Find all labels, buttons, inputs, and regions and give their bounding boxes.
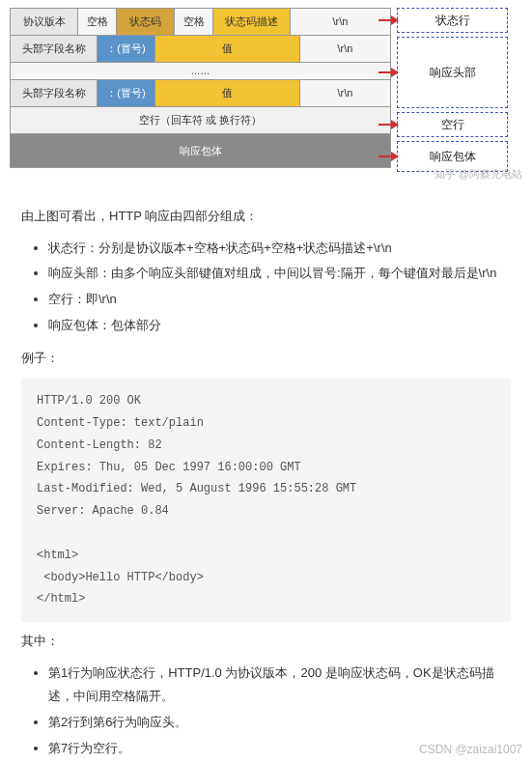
list-item: 响应头部：由多个响应头部键值对组成，中间以冒号:隔开，每个键值对最后是\r\n: [48, 262, 511, 286]
status-line-row: 协议版本 空格 状态码 空格 状态码描述 \r\n: [11, 9, 390, 36]
cell-space1: 空格: [78, 9, 117, 35]
zhihu-watermark: 知乎 @阿蔡充电站: [434, 167, 522, 182]
cell-header-name-n: 头部字段名称: [11, 80, 98, 106]
cell-crlf1: \r\n: [291, 9, 390, 35]
list-item: 空行：即\r\n: [48, 288, 511, 312]
label-response-headers: 响应头部: [397, 37, 508, 108]
arrow-icon: [378, 124, 398, 126]
http-response-diagram: 协议版本 空格 状态码 空格 状态码描述 \r\n 头部字段名称 ：(冒号) 值…: [0, 0, 532, 185]
label-text: 状态行: [435, 14, 470, 27]
intro-text: 由上图可看出，HTTP 响应由四部分组成：: [21, 205, 511, 229]
code-block: HTTP/1.0 200 OK Content-Type: text/plain…: [21, 379, 511, 622]
arrow-icon: [378, 71, 398, 73]
label-empty-line: 空行: [397, 112, 508, 137]
cell-dots: ……: [11, 63, 390, 79]
response-body-row: 响应包体: [11, 134, 390, 167]
label-text: 响应头部: [430, 65, 476, 81]
example-label: 例子：: [21, 347, 511, 371]
diagram-labels: 状态行 响应头部 空行 响应包体: [397, 8, 508, 176]
cell-space2: 空格: [175, 9, 213, 35]
header-row-1: 头部字段名称 ：(冒号) 值 \r\n: [11, 36, 390, 63]
arrow-icon: [378, 19, 398, 21]
label-text: 空行: [441, 118, 464, 131]
diagram-grid: 协议版本 空格 状态码 空格 状态码描述 \r\n 头部字段名称 ：(冒号) 值…: [10, 8, 391, 168]
header-ellipsis: ……: [11, 63, 390, 80]
cell-colon-n: ：(冒号): [98, 80, 155, 106]
cell-crlf-n: \r\n: [300, 80, 390, 106]
empty-line-row: 空行（回车符 或 换行符）: [11, 107, 390, 134]
label-status-line: 状态行: [397, 8, 508, 33]
list-item: 响应包体：包体部分: [48, 314, 511, 338]
list-item: 第1行为响应状态行，HTTP/1.0 为协议版本，200 是响应状态码，OK是状…: [48, 662, 511, 709]
header-row-n: 头部字段名称 ：(冒号) 值 \r\n: [11, 80, 390, 107]
article-body: 由上图可看出，HTTP 响应由四部分组成： 状态行：分别是协议版本+空格+状态码…: [0, 185, 532, 762]
cell-status-code: 状态码: [117, 9, 175, 35]
cell-protocol: 协议版本: [11, 9, 78, 35]
list-item: 状态行：分别是协议版本+空格+状态码+空格+状态码描述+\r\n: [48, 237, 511, 261]
cell-empty-line: 空行（回车符 或 换行符）: [11, 107, 390, 133]
cell-body: 响应包体: [11, 134, 390, 167]
arrow-icon: [378, 155, 398, 157]
csdn-watermark: CSDN @zaizai1007: [419, 743, 522, 756]
parts-list: 状态行：分别是协议版本+空格+状态码+空格+状态码描述+\r\n 响应头部：由多…: [21, 237, 511, 338]
cell-status-desc: 状态码描述: [213, 9, 291, 35]
cell-crlf2: \r\n: [300, 36, 390, 62]
label-text: 响应包体: [430, 149, 476, 165]
cell-header-name: 头部字段名称: [11, 36, 98, 62]
cell-header-value: 值: [155, 36, 300, 62]
wherein-label: 其中：: [21, 630, 511, 654]
cell-header-value-n: 值: [155, 80, 300, 106]
cell-colon: ：(冒号): [98, 36, 155, 62]
list-item: 第2行到第6行为响应头。: [48, 711, 511, 735]
